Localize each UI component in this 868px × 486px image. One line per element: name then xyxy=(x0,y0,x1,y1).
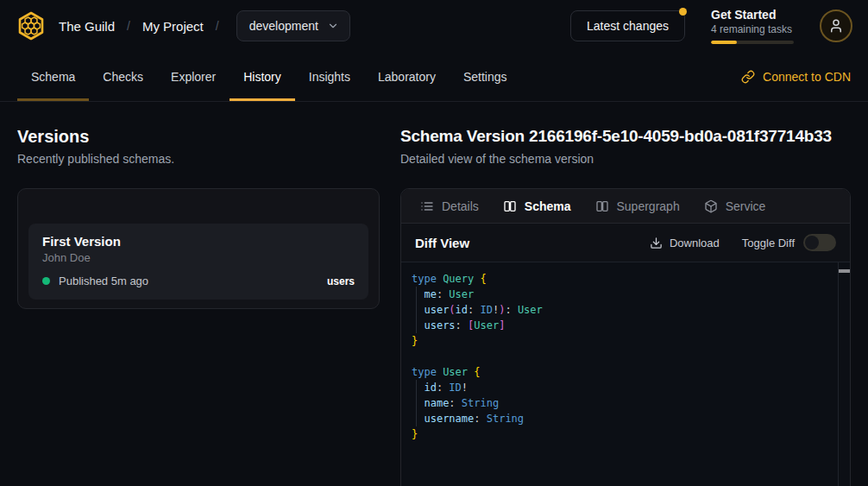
schema-version-subtitle: Detailed view of the schema version xyxy=(400,152,851,166)
user-menu-button[interactable] xyxy=(820,9,852,42)
notification-dot xyxy=(679,8,687,16)
detail-tab-service[interactable]: Service xyxy=(692,189,778,223)
tab-insights[interactable]: Insights xyxy=(295,52,364,101)
version-list-item[interactable]: First Version John Doe Published 5m ago … xyxy=(28,224,368,300)
switch-knob xyxy=(805,236,819,249)
breadcrumb-separator: / xyxy=(216,19,219,33)
get-started-title: Get Started xyxy=(711,8,794,22)
schema-version-title: Schema Version 2166196f-5e10-4059-bd0a-0… xyxy=(400,126,851,147)
target-selector-value: development xyxy=(249,19,318,33)
version-name: First Version xyxy=(42,234,355,249)
detail-tab-schema[interactable]: Schema xyxy=(491,189,583,223)
schema-version-panel: Schema Version 2166196f-5e10-4059-bd0a-0… xyxy=(400,126,851,486)
target-selector[interactable]: development xyxy=(236,10,350,41)
schema-version-detail-box: Details Schema Supergraph xyxy=(400,188,851,486)
breadcrumb-project[interactable]: My Project xyxy=(142,19,204,34)
chevron-down-icon xyxy=(327,20,339,32)
detail-tab-label: Details xyxy=(442,199,479,213)
top-bar-right: Latest changes Get Started 4 remaining t… xyxy=(570,8,852,44)
download-icon xyxy=(650,237,663,249)
breadcrumb-org[interactable]: The Guild xyxy=(59,19,115,34)
get-started-subtitle: 4 remaining tasks xyxy=(711,22,794,36)
get-started-progress-track xyxy=(711,41,794,44)
tab-schema[interactable]: Schema xyxy=(17,52,89,101)
tab-settings[interactable]: Settings xyxy=(450,52,521,101)
tab-checks[interactable]: Checks xyxy=(89,52,157,101)
version-author: John Doe xyxy=(42,251,355,264)
top-bar: The Guild / My Project / development Lat… xyxy=(0,0,868,52)
latest-changes-button[interactable]: Latest changes xyxy=(570,10,685,41)
code-content[interactable]: type Query { me: User user(id: ID!): Use… xyxy=(401,262,838,486)
breadcrumb: The Guild / My Project / development xyxy=(59,10,350,41)
download-label: Download xyxy=(670,237,720,249)
box-icon xyxy=(704,199,718,213)
diff-view-actions: Download Toggle Diff xyxy=(650,234,836,251)
tab-history[interactable]: History xyxy=(230,52,295,101)
published-status-dot xyxy=(42,277,50,285)
schema-code-viewer: type Query { me: User user(id: ID!): Use… xyxy=(401,262,850,486)
connect-to-cdn-button[interactable]: Connect to CDN xyxy=(741,52,851,101)
diff-view-title: Diff View xyxy=(415,236,469,250)
detail-tab-label: Schema xyxy=(525,199,571,213)
list-icon xyxy=(420,199,434,213)
main-content: Versions Recently published schemas. Fir… xyxy=(0,102,868,486)
versions-title: Versions xyxy=(17,126,380,147)
service-name-link[interactable]: users xyxy=(327,275,355,287)
hive-logo-icon[interactable] xyxy=(16,10,47,41)
diff-view-toolbar: Diff View Download Toggle Diff xyxy=(401,224,850,262)
link-icon xyxy=(741,70,755,84)
columns-icon xyxy=(503,199,517,213)
download-button[interactable]: Download xyxy=(650,237,720,249)
version-status-label: Published 5m ago xyxy=(59,275,148,287)
breadcrumb-separator: / xyxy=(127,19,130,33)
scrollbar-thumb[interactable] xyxy=(839,269,850,273)
detail-tab-label: Supergraph xyxy=(617,199,680,213)
latest-changes-label: Latest changes xyxy=(587,19,669,33)
person-icon xyxy=(828,18,844,34)
detail-tab-supergraph[interactable]: Supergraph xyxy=(583,189,692,223)
vertical-scrollbar[interactable] xyxy=(838,262,850,486)
detail-tab-strip: Details Schema Supergraph xyxy=(401,189,850,224)
versions-subtitle: Recently published schemas. xyxy=(17,152,380,166)
detail-tab-details[interactable]: Details xyxy=(408,189,491,223)
detail-tab-label: Service xyxy=(726,199,766,213)
toggle-diff-group: Toggle Diff xyxy=(742,234,836,251)
columns-icon xyxy=(595,199,609,213)
toggle-diff-label: Toggle Diff xyxy=(742,237,795,249)
main-nav: Schema Checks Explorer History Insights … xyxy=(0,52,868,102)
get-started-progress-fill xyxy=(711,41,737,44)
versions-card: First Version John Doe Published 5m ago … xyxy=(17,188,380,309)
version-status-row: Published 5m ago users xyxy=(42,275,355,287)
toggle-diff-switch[interactable] xyxy=(803,234,836,251)
connect-to-cdn-label: Connect to CDN xyxy=(763,70,851,84)
tab-explorer[interactable]: Explorer xyxy=(157,52,230,101)
tab-laboratory[interactable]: Laboratory xyxy=(364,52,450,101)
get-started-widget[interactable]: Get Started 4 remaining tasks xyxy=(711,8,794,44)
versions-panel: Versions Recently published schemas. Fir… xyxy=(17,126,380,486)
